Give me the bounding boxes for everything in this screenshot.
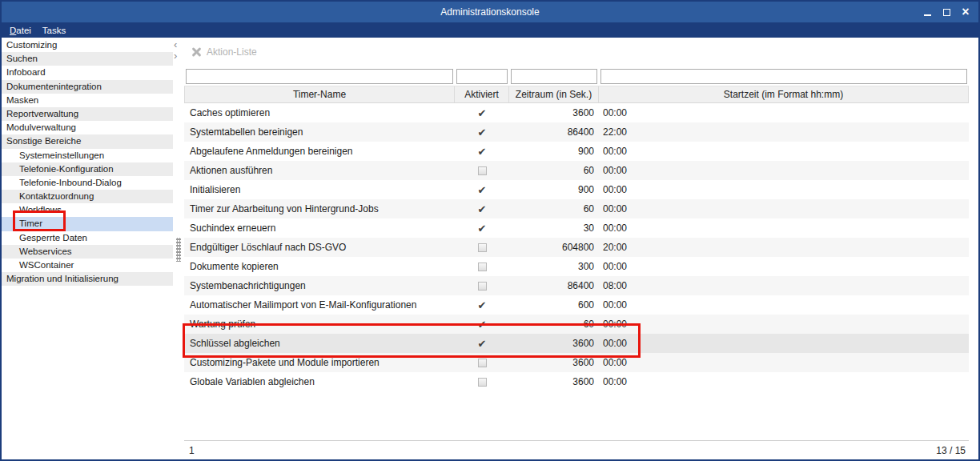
startzeit-cell: 00:00 (599, 161, 969, 180)
sidebar-item-reportverwaltung[interactable]: Reportverwaltung (2, 107, 173, 121)
maximize-button[interactable] (937, 4, 956, 20)
timer-row-schlüssel-abgleichen[interactable]: Schlüssel abgleichen✔360000:00 (184, 334, 969, 353)
checkbox-checked-icon[interactable]: ✔ (478, 319, 487, 330)
sidebar-item-migration-und-initialisierung[interactable]: Migration und Initialisierung (2, 272, 173, 286)
aktiviert-cell (455, 238, 509, 257)
timer-row-systembenachrichtigungen[interactable]: Systembenachrichtigungen8640008:00 (184, 276, 969, 295)
minimize-button[interactable] (918, 4, 937, 20)
administration-console-window: Administrationskonsole × Datei Tasks Cus… (0, 0, 980, 461)
startzeit-cell: 00:00 (599, 142, 969, 161)
sidebar-item-webservices[interactable]: Webservices (2, 245, 173, 259)
timer-name-cell: Wartung prüfen (184, 315, 455, 334)
aktiviert-cell (455, 353, 509, 372)
filter-cell (184, 68, 455, 84)
filter-input-timer-name[interactable] (186, 69, 453, 84)
sidebar-item-kontaktzuordnung[interactable]: Kontaktzuordnung (2, 190, 173, 203)
timer-row-dokumente-kopieren[interactable]: Dokumente kopieren30000:00 (184, 257, 969, 276)
timer-row-aktionen-ausführen[interactable]: Aktionen ausführen6000:00 (184, 161, 969, 180)
column-header-aktiviert[interactable]: Aktiviert (455, 86, 509, 102)
filter-input-startzeit[interactable] (600, 69, 967, 84)
sidebar-item-telefonie-konfiguration[interactable]: Telefonie-Konfiguration (2, 162, 173, 176)
checkbox-checked-icon[interactable]: ✔ (478, 127, 487, 138)
aktiviert-cell: ✔ (455, 295, 509, 315)
checkbox-unchecked[interactable] (478, 282, 487, 291)
chevron-left-icon[interactable]: ‹ (174, 39, 177, 50)
checkbox-unchecked[interactable] (478, 359, 487, 367)
startzeit-cell: 00:00 (599, 218, 969, 238)
sidebar-item-sonstige-bereiche[interactable]: Sonstige Bereiche (2, 134, 173, 148)
sidebar-item-modulverwaltung[interactable]: Modulverwaltung (2, 121, 173, 134)
sidebar-item-wscontainer[interactable]: WSContainer (2, 259, 173, 272)
sidebar-item-dokumentenintegration[interactable]: Dokumentenintegration (2, 80, 173, 94)
startzeit-cell: 00:00 (599, 180, 969, 199)
filter-row (184, 66, 969, 86)
zeitraum-cell: 604800 (509, 238, 599, 257)
timer-row-abgelaufene-anmeldungen-bereinigen[interactable]: Abgelaufene Anmeldungen bereinigen✔90000… (184, 142, 969, 161)
timer-name-cell: Suchindex erneuern (184, 218, 455, 238)
zeitraum-cell: 60 (509, 161, 599, 180)
aktion-liste-tools-icon (191, 46, 202, 58)
filter-input-aktiviert[interactable] (456, 69, 508, 84)
sidebar-nav: CustomizingSuchenInfoboardDokumenteninte… (2, 38, 173, 459)
zeitraum-cell: 60 (509, 199, 599, 218)
sidebar-item-timer[interactable]: Timer (2, 217, 173, 230)
checkbox-checked-icon[interactable]: ✔ (478, 223, 487, 234)
sidebar-item-workflows[interactable]: Workflows (2, 203, 173, 217)
checkbox-unchecked[interactable] (478, 263, 487, 271)
statusbar: 1 13 / 15 (184, 440, 969, 459)
timer-row-systemtabellen-bereinigen[interactable]: Systemtabellen bereinigen✔8640022:00 (184, 122, 969, 142)
zeitraum-cell: 3600 (509, 353, 599, 372)
sidebar-item-systemeinstellungen[interactable]: Systemeinstellungen (2, 149, 173, 162)
aktiviert-cell: ✔ (455, 103, 509, 122)
timer-name-cell: Globale Variablen abgleichen (184, 372, 455, 391)
sidebar-item-infoboard[interactable]: Infoboard (2, 66, 173, 79)
column-header-zeitraum[interactable]: Zeitraum (in Sek.) (509, 86, 599, 102)
timer-row-endgültiger-löschlauf-nach-ds-gvo[interactable]: Endgültiger Löschlauf nach DS-GVO6048002… (184, 238, 969, 257)
splitter-grip-icon[interactable] (176, 238, 181, 262)
timer-row-suchindex-erneuern[interactable]: Suchindex erneuern✔3000:00 (184, 218, 969, 238)
checkbox-unchecked[interactable] (478, 378, 487, 387)
timer-name-cell: Timer zur Abarbeitung von Hintergrund-Jo… (184, 199, 455, 218)
checkbox-checked-icon[interactable]: ✔ (478, 300, 487, 311)
checkbox-unchecked[interactable] (478, 243, 487, 252)
maximize-icon (943, 9, 950, 16)
filter-input-zeitraum[interactable] (511, 69, 597, 84)
sidebar-item-masken[interactable]: Masken (2, 94, 173, 107)
window-controls: × (918, 4, 978, 20)
sidebar-item-customizing[interactable]: Customizing (2, 38, 173, 52)
timer-row-automatischer-mailimport-von-e-mail-konfigurationen[interactable]: Automatischer Mailimport von E-Mail-Konf… (184, 295, 969, 315)
column-header-timer-name[interactable]: Timer-Name (184, 86, 455, 102)
aktiviert-cell (455, 372, 509, 391)
sidebar-item-suchen[interactable]: Suchen (2, 52, 173, 66)
timer-row-wartung-prüfen[interactable]: Wartung prüfen✔6000:00 (184, 315, 969, 334)
timer-row-timer-zur-abarbeitung-von-hintergrund-jobs[interactable]: Timer zur Abarbeitung von Hintergrund-Jo… (184, 199, 969, 218)
timer-row-initialisieren[interactable]: Initialisieren✔90000:00 (184, 180, 969, 199)
sidebar-item-telefonie-inbound-dialog[interactable]: Telefonie-Inbound-Dialog (2, 176, 173, 190)
timer-name-cell: Automatischer Mailimport von E-Mail-Konf… (184, 295, 455, 315)
close-button[interactable]: × (956, 4, 975, 20)
checkbox-unchecked[interactable] (478, 166, 487, 175)
timer-row-customizing-pakete-und-module-importieren[interactable]: Customizing-Pakete und Module importiere… (184, 353, 969, 372)
aktiviert-cell: ✔ (455, 218, 509, 238)
checkbox-checked-icon[interactable]: ✔ (478, 185, 487, 195)
checkbox-checked-icon[interactable]: ✔ (478, 108, 487, 118)
aktiviert-cell: ✔ (455, 180, 509, 199)
sidebar-item-gesperrte-daten[interactable]: Gesperrte Daten (2, 231, 173, 245)
menu-item-tasks[interactable]: Tasks (42, 26, 66, 35)
chevron-right-icon[interactable]: › (174, 50, 177, 62)
menu-item-datei[interactable]: Datei (10, 26, 31, 35)
timer-name-cell: Aktionen ausführen (184, 161, 455, 180)
timer-name-cell: Systembenachrichtigungen (184, 276, 455, 295)
column-header-startzeit[interactable]: Startzeit (im Format hh:mm) (599, 86, 969, 102)
checkbox-checked-icon[interactable]: ✔ (478, 339, 487, 349)
main-panel: Aktion-Liste Timer-Name Aktiviert Zeitra… (184, 38, 978, 459)
timer-row-globale-variablen-abgleichen[interactable]: Globale Variablen abgleichen360000:00 (184, 372, 969, 391)
minimize-icon (924, 14, 931, 16)
checkbox-checked-icon[interactable]: ✔ (478, 204, 487, 214)
checkbox-checked-icon[interactable]: ✔ (478, 146, 487, 157)
timer-row-caches-optimieren[interactable]: Caches optimieren✔360000:00 (184, 103, 969, 122)
timer-name-cell: Initialisieren (184, 180, 455, 199)
aktiviert-cell (455, 276, 509, 295)
sidebar-splitter[interactable]: ‹ › (173, 38, 184, 459)
zeitraum-cell: 3600 (509, 372, 599, 391)
